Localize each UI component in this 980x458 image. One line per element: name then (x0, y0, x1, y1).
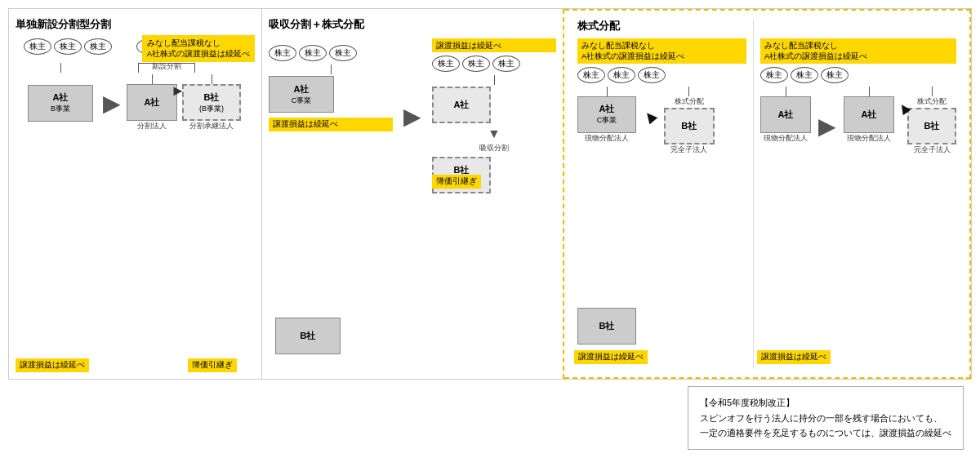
shareholder-oval: 株主 (329, 45, 357, 61)
panel-left: 単独新設分割型分割 みなし配当課税なしA社株式の譲渡損益は繰延べ 株主 株主 株… (9, 9, 262, 379)
page-container: 単独新設分割型分割 みなし配当課税なしA社株式の譲渡損益は繰延べ 株主 株主 株… (0, 0, 980, 458)
bottom-note-text: 【令和5年度税制改正】 スピンオフを行う法人に持分の一部を残す場合においても、 … (700, 395, 951, 441)
middle-arrow-right-icon: ▶ (403, 103, 421, 130)
right-right-company-a: A社 (760, 96, 811, 133)
right-right-genbutsu-label: 現物分配法人 (764, 133, 808, 144)
kanzen-label: 完全子法人 (670, 145, 707, 155)
right-right-kabushiki-label: 株式分配 (917, 96, 947, 107)
right-right-arrow-icon: ▶ (818, 113, 836, 140)
right-right-genbutsu2-label: 現物分配法人 (847, 133, 891, 144)
right-left-company-b: B社 (664, 108, 715, 145)
kyushu-arrow-icon: ▼ (432, 127, 556, 141)
company-a-left: A社 B事業 (28, 85, 93, 122)
kyushu-label: 吸収分割 (432, 143, 556, 153)
middle-company-b1: B社 (275, 318, 341, 354)
panel-left-title: 単独新設分割型分割 (16, 17, 255, 32)
right-right-shareholders: 株主 株主 株主 (760, 67, 956, 83)
shareholder-oval: 株主 (54, 38, 82, 55)
middle-company-a1: A社 C事業 (269, 76, 334, 113)
middle-note-right-bottom: 簿価引継ぎ (432, 175, 481, 189)
shareholder-oval: 株主 (462, 56, 490, 72)
shareholder-oval: 株主 (84, 38, 112, 55)
right-right-note-top: みなし配当課税なしA社株式の譲渡損益は繰延べ (760, 38, 956, 64)
shareholder-oval: 株主 (821, 67, 849, 83)
company-b: B社 (B事業) (182, 84, 241, 121)
middle-company-a2: A社 (432, 87, 491, 123)
arrow-right-icon: ▶ (103, 90, 121, 117)
shareholder-oval: 株主 (638, 67, 666, 83)
right-left-company-b2: B社 (577, 308, 636, 345)
left-bottom-note-right: 簿価引継ぎ (188, 358, 237, 372)
middle-note-left: 譲渡損益は繰延べ (269, 118, 393, 131)
right-right-company-a2: A社 (844, 96, 894, 133)
shinsetsu-label: 新設分割 (152, 61, 181, 72)
right-left-bottom-note: 譲渡損益は繰延べ (574, 350, 648, 364)
kabushiki-label-right-left: 株式分配 (675, 96, 704, 107)
panel-right: 株式分配 みなし配当課税なしA社株式の譲渡損益は繰延べ 株主 株主 株主 (564, 9, 971, 379)
right-left-note-top: みなし配当課税なしA社株式の譲渡損益は繰延べ (577, 38, 746, 64)
company-a2: A社 (127, 84, 177, 121)
right-right-company-b: B社 (907, 108, 956, 145)
right-left-shareholders: 株主 株主 株主 (577, 67, 746, 83)
middle-shareholders-right: 株主 株主 株主 (432, 56, 556, 72)
shareholder-oval: 株主 (760, 67, 788, 83)
right-left-company-a: A社 C事業 (577, 96, 636, 133)
diag-arrow-icon: ▲ (636, 103, 663, 131)
middle-shareholders-left: 株主 株主 株主 (269, 45, 393, 61)
shokei-label: 分割承継法人 (189, 121, 234, 131)
right-right-kanzen-label: 完全子法人 (914, 145, 951, 155)
shareholder-oval: 株主 (608, 67, 635, 83)
bunkatsu-label: 分割法人 (137, 121, 167, 131)
genbutsu-label: 現物分配法人 (585, 133, 629, 144)
bottom-note-box: 【令和5年度税制改正】 スピンオフを行う法人に持分の一部を残す場合においても、 … (688, 386, 964, 450)
shareholder-oval: 株主 (577, 67, 605, 83)
panel-middle-title: 吸収分割＋株式分配 (269, 17, 556, 32)
panel-middle: 吸収分割＋株式分配 株主 株主 株主 A社 C事業 (262, 9, 564, 379)
shareholder-oval: 株主 (791, 67, 818, 83)
right-sub-right: 株式分配 みなし配当課税なしA社株式の譲渡損益は繰延べ 株主 株主 株主 (754, 19, 963, 369)
left-bottom-note-left: 譲渡損益は繰延べ (16, 358, 89, 372)
bottom-section: 【令和5年度税制改正】 スピンオフを行う法人に持分の一部を残す場合においても、 … (8, 386, 972, 450)
left-note-top: みなし配当課税なしA社株式の譲渡損益は繰延べ (142, 35, 255, 62)
right-right-bottom-note: 譲渡損益は繰延べ (757, 350, 831, 364)
shareholder-oval: 株主 (299, 45, 327, 61)
shareholder-oval: 株主 (432, 56, 460, 72)
right-sub-left: 株式分配 みなし配当課税なしA社株式の譲渡損益は繰延べ 株主 株主 株主 (571, 19, 754, 369)
shareholder-oval: 株主 (24, 38, 51, 55)
diagram-section: 単独新設分割型分割 みなし配当課税なしA社株式の譲渡損益は繰延べ 株主 株主 株… (8, 8, 972, 380)
middle-company-b1-wrapper: B社 (275, 318, 341, 354)
shareholder-oval: 株主 (269, 45, 296, 61)
right-title: 株式分配 (577, 19, 746, 33)
middle-note-top: 譲渡損益は繰延べ (432, 38, 556, 52)
shareholder-oval: 株主 (492, 56, 520, 72)
left-shareholders-left: 株主 株主 株主 (24, 38, 112, 55)
